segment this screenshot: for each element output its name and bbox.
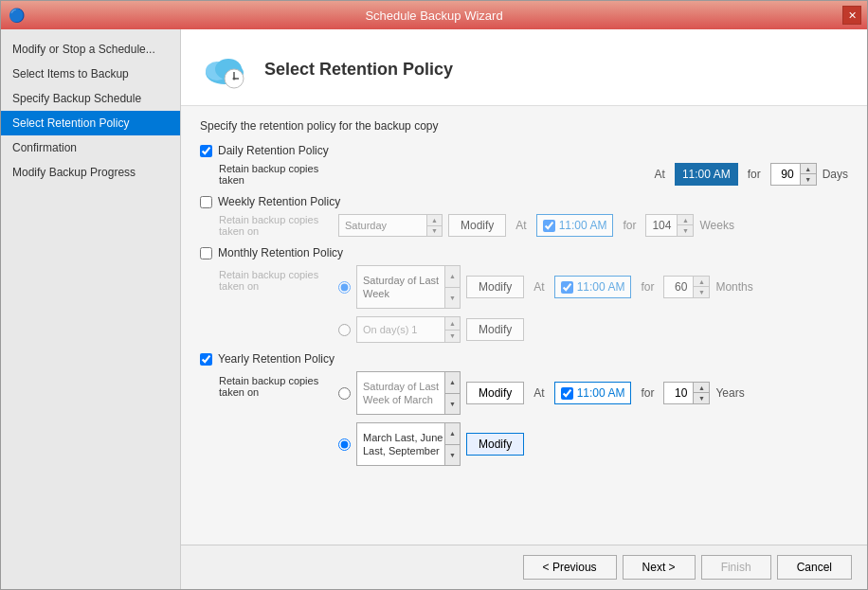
- weekly-section: Weekly Retention Policy Retain backup co…: [200, 195, 848, 237]
- yearly-modify-btn1[interactable]: Modify: [466, 382, 524, 404]
- sidebar-item-modify-stop[interactable]: Modify or Stop a Schedule...: [1, 37, 180, 62]
- close-button[interactable]: ✕: [842, 6, 861, 25]
- yearly-day-down2[interactable]: ▼: [445, 445, 460, 466]
- weekly-day-up[interactable]: ▲: [427, 215, 442, 226]
- next-button[interactable]: Next >: [623, 555, 696, 580]
- yearly-checkbox[interactable]: [200, 353, 212, 366]
- main-window: 🔵 Schedule Backup Wizard ✕ Modify or Sto…: [0, 0, 868, 590]
- weekly-day-select[interactable]: Saturday ▲ ▼: [338, 214, 443, 237]
- yearly-option2-row: March Last, June Last, September ▲ ▼ Mod…: [338, 422, 745, 466]
- svg-point-7: [233, 78, 236, 80]
- monthly-radio1[interactable]: [338, 281, 351, 294]
- monthly-day-select1[interactable]: Saturday of Last Week ▲ ▼: [356, 265, 461, 309]
- weekly-spinner-up[interactable]: ▲: [678, 215, 693, 225]
- yearly-unit: Years: [715, 386, 744, 400]
- monthly-policy-content: Retain backup copies taken on Saturday o…: [219, 265, 848, 343]
- monthly-spinner-up[interactable]: ▲: [694, 277, 709, 287]
- weekly-day-arrows: ▲ ▼: [426, 215, 442, 236]
- monthly-day-down2[interactable]: ▼: [445, 331, 460, 343]
- yearly-options: Saturday of Last Week of March ▲ ▼ Modif…: [338, 371, 745, 466]
- daily-checkbox[interactable]: [200, 145, 212, 157]
- yearly-radio1[interactable]: [338, 387, 351, 400]
- yearly-spinner-down[interactable]: ▼: [694, 393, 709, 403]
- previous-button[interactable]: < Previous: [523, 555, 617, 580]
- monthly-time-box[interactable]: 11:00 AM: [554, 276, 632, 298]
- yearly-day-down1[interactable]: ▼: [445, 394, 460, 415]
- weekly-checkbox[interactable]: [200, 196, 212, 208]
- daily-spinner-value: 90: [771, 168, 800, 181]
- monthly-time-value: 11:00 AM: [577, 280, 625, 294]
- weekly-day-down[interactable]: ▼: [427, 226, 442, 237]
- weekly-label: Weekly Retention Policy: [218, 195, 340, 208]
- yearly-retain-label: Retain backup copies taken on: [219, 375, 333, 398]
- weekly-spinner-value: 104: [646, 219, 677, 232]
- monthly-day-select2[interactable]: On day(s) 1 ▲ ▼: [356, 316, 461, 343]
- daily-label: Daily Retention Policy: [218, 144, 329, 157]
- yearly-radio2[interactable]: [338, 438, 351, 451]
- page-title: Select Retention Policy: [264, 60, 453, 80]
- weekly-spinner-down[interactable]: ▼: [678, 225, 693, 236]
- app-icon: 🔵: [9, 8, 25, 23]
- yearly-label: Yearly Retention Policy: [218, 352, 335, 366]
- monthly-day-arrows1: ▲ ▼: [444, 266, 460, 308]
- yearly-day-up2[interactable]: ▲: [445, 423, 460, 445]
- weekly-for-label: for: [623, 219, 636, 232]
- weekly-modify-btn[interactable]: Modify: [448, 214, 506, 237]
- sidebar-item-select-retention[interactable]: Select Retention Policy: [1, 111, 180, 135]
- yearly-section: Yearly Retention Policy Retain backup co…: [200, 352, 848, 466]
- cancel-button[interactable]: Cancel: [777, 555, 852, 580]
- sidebar-item-select-items[interactable]: Select Items to Backup: [1, 62, 180, 86]
- yearly-day-up1[interactable]: ▲: [445, 372, 460, 394]
- monthly-spinner-down[interactable]: ▼: [694, 287, 709, 297]
- sidebar-item-modify-progress[interactable]: Modify Backup Progress: [1, 160, 180, 185]
- daily-spinner-down[interactable]: ▼: [801, 174, 816, 185]
- yearly-spinner: 10 ▲ ▼: [663, 382, 710, 404]
- monthly-checkbox-row: Monthly Retention Policy: [200, 246, 848, 259]
- yearly-modify-btn2[interactable]: Modify: [466, 433, 524, 456]
- yearly-day-select2[interactable]: March Last, June Last, September ▲ ▼: [356, 422, 461, 466]
- yearly-day-arrows1: ▲ ▼: [444, 372, 460, 414]
- monthly-checkbox[interactable]: [200, 247, 212, 259]
- header-icon: [200, 45, 249, 94]
- monthly-options: Saturday of Last Week ▲ ▼ Modify At: [338, 265, 753, 343]
- monthly-modify-btn1[interactable]: Modify: [466, 276, 524, 298]
- monthly-radio2[interactable]: [338, 324, 351, 336]
- monthly-day-down1[interactable]: ▼: [445, 288, 460, 309]
- weekly-at-label: At: [515, 219, 526, 232]
- monthly-at-label: At: [533, 280, 544, 294]
- finish-button[interactable]: Finish: [701, 555, 771, 580]
- sidebar-item-confirmation[interactable]: Confirmation: [1, 135, 180, 160]
- weekly-time-box[interactable]: 11:00 AM: [536, 214, 614, 237]
- weekly-policy-row: Retain backup copies taken on Saturday ▲…: [219, 214, 848, 237]
- yearly-option1-row: Saturday of Last Week of March ▲ ▼ Modif…: [338, 371, 745, 415]
- yearly-time-checkbox[interactable]: [561, 387, 573, 400]
- form-area: Specify the retention policy for the bac…: [181, 106, 867, 545]
- yearly-day-select1[interactable]: Saturday of Last Week of March ▲ ▼: [356, 371, 461, 415]
- monthly-retain-label: Retain backup copies taken on: [219, 269, 333, 292]
- monthly-time-checkbox[interactable]: [561, 281, 573, 294]
- daily-spinner-buttons: ▲ ▼: [800, 164, 816, 185]
- daily-section: Daily Retention Policy Retain backup cop…: [200, 144, 848, 186]
- daily-at-label: At: [655, 168, 665, 181]
- yearly-spinner-up[interactable]: ▲: [694, 383, 709, 393]
- daily-spinner-up[interactable]: ▲: [801, 164, 816, 174]
- weekly-time-value: 11:00 AM: [559, 219, 607, 232]
- monthly-day-up2[interactable]: ▲: [445, 317, 460, 331]
- weekly-retain-label: Retain backup copies taken on: [219, 214, 333, 237]
- sidebar: Modify or Stop a Schedule... Select Item…: [1, 29, 181, 589]
- content-area: Modify or Stop a Schedule... Select Item…: [1, 29, 867, 589]
- sidebar-item-specify-schedule[interactable]: Specify Backup Schedule: [1, 86, 180, 111]
- monthly-day-up1[interactable]: ▲: [445, 266, 460, 288]
- monthly-spinner-value: 60: [664, 280, 693, 294]
- daily-unit: Days: [823, 168, 848, 181]
- yearly-at-label: At: [533, 386, 544, 400]
- daily-time-box[interactable]: 11:00 AM: [675, 163, 738, 186]
- monthly-modify-btn2[interactable]: Modify: [466, 318, 524, 341]
- weekly-time-checkbox[interactable]: [543, 220, 555, 232]
- yearly-policy-content: Retain backup copies taken on Saturday o…: [219, 371, 848, 466]
- yearly-time-box[interactable]: 11:00 AM: [554, 382, 632, 404]
- monthly-option1-row: Saturday of Last Week ▲ ▼ Modify At: [338, 265, 753, 309]
- yearly-day-arrows2: ▲ ▼: [444, 423, 460, 465]
- window-title: Schedule Backup Wizard: [365, 9, 502, 23]
- monthly-for-label: for: [641, 280, 654, 294]
